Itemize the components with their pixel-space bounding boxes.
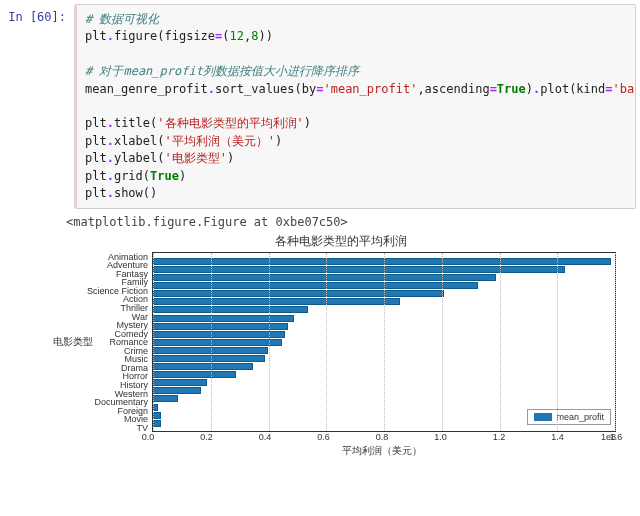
x-tick-labels: 0.00.20.40.60.81.01.21.41.6 — [148, 432, 616, 444]
x-tick: 1.2 — [493, 432, 506, 442]
bar — [153, 420, 161, 427]
x-axis-scale: 1e8 — [601, 432, 616, 442]
x-tick: 1.4 — [551, 432, 564, 442]
code-comment: # 对于mean_profit列数据按值大小进行降序排序 — [85, 64, 359, 78]
x-tick: 0.8 — [376, 432, 389, 442]
bar — [153, 355, 265, 362]
y-tick: Thriller — [80, 304, 148, 312]
x-tick: 0.0 — [142, 432, 155, 442]
notebook-cell: In [60]: # 数据可视化 plt.figure(figsize=(12,… — [4, 4, 636, 209]
bar — [153, 298, 400, 305]
y-tick: History — [80, 381, 148, 389]
code-input[interactable]: # 数据可视化 plt.figure(figsize=(12,8)) # 对于m… — [74, 4, 636, 209]
gridline — [557, 253, 558, 431]
gridline — [211, 253, 212, 431]
bar — [153, 282, 478, 289]
bar — [153, 387, 201, 394]
y-tick: Documentary — [80, 398, 148, 406]
bar — [153, 395, 178, 402]
gridline — [326, 253, 327, 431]
bar — [153, 331, 285, 338]
y-tick-labels: AnimationAdventureFantasyFamilyScience F… — [80, 252, 152, 432]
gridline — [153, 253, 154, 431]
bar — [153, 306, 308, 313]
y-tick: Mystery — [80, 321, 148, 329]
bar — [153, 412, 161, 419]
chart-title: 各种电影类型的平均利润 — [66, 233, 616, 250]
plot-area: mean_profit — [152, 252, 616, 432]
gridline — [384, 253, 385, 431]
gridline — [615, 253, 616, 431]
y-tick: Romance — [80, 338, 148, 346]
x-tick: 0.4 — [259, 432, 272, 442]
output-repr: <matplotlib.figure.Figure at 0xbe07c50> — [66, 215, 636, 229]
y-tick: TV — [80, 424, 148, 432]
x-tick: 1.0 — [434, 432, 447, 442]
x-tick: 0.2 — [200, 432, 213, 442]
input-prompt: In [60]: — [4, 4, 74, 24]
gridline — [269, 253, 270, 431]
bar — [153, 258, 611, 265]
x-axis-label: 平均利润（美元） — [342, 445, 422, 456]
bar — [153, 371, 236, 378]
bar — [153, 290, 444, 297]
legend: mean_profit — [527, 409, 611, 425]
chart-output: 各种电影类型的平均利润 电影类型 AnimationAdventureFanta… — [66, 233, 616, 458]
bar — [153, 363, 253, 370]
legend-label: mean_profit — [556, 412, 604, 422]
bar — [153, 339, 282, 346]
x-tick: 0.6 — [317, 432, 330, 442]
gridline — [442, 253, 443, 431]
y-axis-label: 电影类型 — [66, 252, 80, 432]
bar — [153, 274, 496, 281]
gridline — [500, 253, 501, 431]
bar — [153, 315, 294, 322]
code-comment: # 数据可视化 — [85, 12, 159, 26]
y-tick: Adventure — [80, 261, 148, 269]
legend-swatch — [534, 413, 552, 421]
bar — [153, 379, 207, 386]
bar — [153, 266, 565, 273]
